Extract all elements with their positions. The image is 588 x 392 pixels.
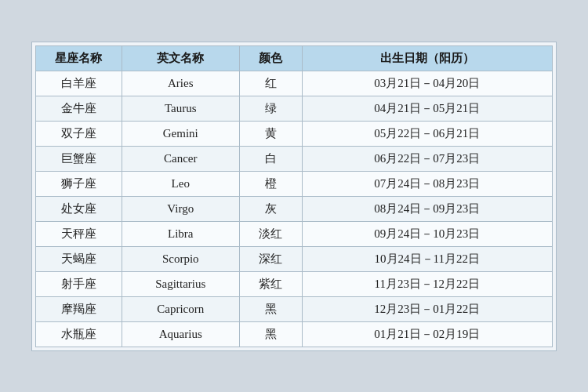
cell-chinese: 巨蟹座 bbox=[36, 146, 122, 171]
cell-color: 白 bbox=[239, 146, 302, 171]
cell-date: 04月21日－05月21日 bbox=[302, 96, 552, 121]
cell-date: 12月23日－01月22日 bbox=[302, 296, 552, 321]
cell-chinese: 双子座 bbox=[36, 121, 122, 146]
cell-date: 07月24日－08月23日 bbox=[302, 171, 552, 196]
cell-chinese: 天蝎座 bbox=[36, 246, 122, 271]
table-row: 处女座Virgo灰08月24日－09月23日 bbox=[36, 196, 553, 221]
cell-chinese: 白羊座 bbox=[36, 71, 122, 96]
cell-color: 紫红 bbox=[239, 271, 302, 296]
table-row: 白羊座Aries红03月21日－04月20日 bbox=[36, 71, 553, 96]
header-chinese: 星座名称 bbox=[36, 45, 122, 71]
cell-date: 08月24日－09月23日 bbox=[302, 196, 552, 221]
cell-chinese: 天秤座 bbox=[36, 221, 122, 246]
cell-english: Virgo bbox=[122, 196, 239, 221]
cell-chinese: 狮子座 bbox=[36, 171, 122, 196]
cell-color: 深红 bbox=[239, 246, 302, 271]
cell-chinese: 水瓶座 bbox=[36, 321, 122, 347]
cell-english: Gemini bbox=[122, 121, 239, 146]
cell-date: 03月21日－04月20日 bbox=[302, 71, 552, 96]
table-row: 巨蟹座Cancer白06月22日－07月23日 bbox=[36, 146, 553, 171]
cell-english: Aries bbox=[122, 71, 239, 96]
cell-date: 06月22日－07月23日 bbox=[302, 146, 552, 171]
cell-date: 10月24日－11月22日 bbox=[302, 246, 552, 271]
table-row: 天秤座Libra淡红09月24日－10月23日 bbox=[36, 221, 553, 246]
table-row: 射手座Sagittarius紫红11月23日－12月22日 bbox=[36, 271, 553, 296]
cell-color: 红 bbox=[239, 71, 302, 96]
table-row: 水瓶座Aquarius黑01月21日－02月19日 bbox=[36, 321, 553, 347]
cell-english: Sagittarius bbox=[122, 271, 239, 296]
header-english: 英文名称 bbox=[122, 45, 239, 71]
cell-english: Aquarius bbox=[122, 321, 239, 347]
header-color: 颜色 bbox=[239, 45, 302, 71]
cell-english: Cancer bbox=[122, 146, 239, 171]
cell-date: 01月21日－02月19日 bbox=[302, 321, 552, 347]
cell-color: 黄 bbox=[239, 121, 302, 146]
cell-date: 05月22日－06月21日 bbox=[302, 121, 552, 146]
cell-english: Scorpio bbox=[122, 246, 239, 271]
cell-date: 11月23日－12月22日 bbox=[302, 271, 552, 296]
cell-color: 灰 bbox=[239, 196, 302, 221]
cell-date: 09月24日－10月23日 bbox=[302, 221, 552, 246]
cell-english: Leo bbox=[122, 171, 239, 196]
table-row: 天蝎座Scorpio深红10月24日－11月22日 bbox=[36, 246, 553, 271]
table-header-row: 星座名称 英文名称 颜色 出生日期（阳历） bbox=[36, 45, 553, 71]
zodiac-table-container: 星座名称 英文名称 颜色 出生日期（阳历） 白羊座Aries红03月21日－04… bbox=[31, 42, 557, 351]
cell-chinese: 射手座 bbox=[36, 271, 122, 296]
cell-chinese: 金牛座 bbox=[36, 96, 122, 121]
cell-color: 橙 bbox=[239, 171, 302, 196]
cell-english: Capricorn bbox=[122, 296, 239, 321]
cell-english: Taurus bbox=[122, 96, 239, 121]
cell-color: 黑 bbox=[239, 321, 302, 347]
cell-color: 绿 bbox=[239, 96, 302, 121]
table-row: 金牛座Taurus绿04月21日－05月21日 bbox=[36, 96, 553, 121]
cell-chinese: 处女座 bbox=[36, 196, 122, 221]
cell-chinese: 摩羯座 bbox=[36, 296, 122, 321]
cell-english: Libra bbox=[122, 221, 239, 246]
cell-color: 黑 bbox=[239, 296, 302, 321]
table-row: 狮子座Leo橙07月24日－08月23日 bbox=[36, 171, 553, 196]
table-row: 双子座Gemini黄05月22日－06月21日 bbox=[36, 121, 553, 146]
table-row: 摩羯座Capricorn黑12月23日－01月22日 bbox=[36, 296, 553, 321]
header-date: 出生日期（阳历） bbox=[302, 45, 552, 71]
cell-color: 淡红 bbox=[239, 221, 302, 246]
zodiac-table: 星座名称 英文名称 颜色 出生日期（阳历） 白羊座Aries红03月21日－04… bbox=[35, 45, 553, 347]
